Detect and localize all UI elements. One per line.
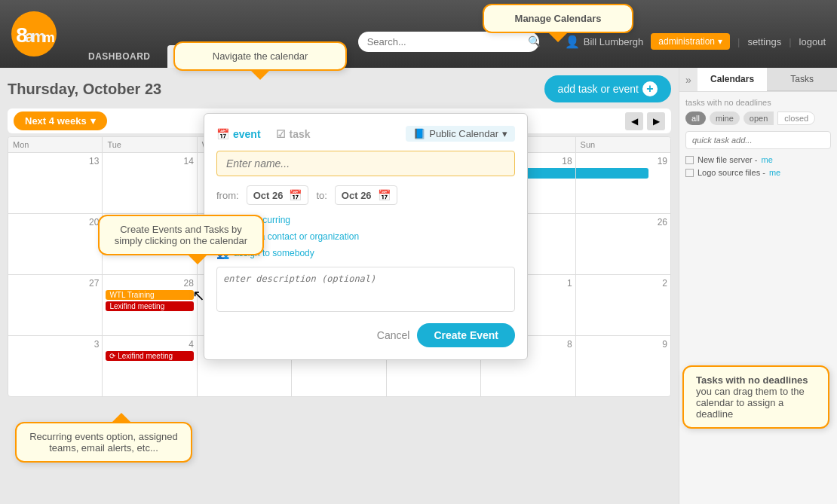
chevron-icon: ▾ [90, 115, 96, 127]
main-area: Thursday, October 23 add task or event +… [0, 68, 837, 504]
to-calendar-icon[interactable]: 📅 [378, 189, 391, 201]
settings-link[interactable]: settings [747, 36, 781, 47]
from-calendar-icon[interactable]: 📅 [289, 189, 302, 201]
to-date-input[interactable]: Oct 26 📅 [335, 185, 397, 205]
calendar-area: Thursday, October 23 add task or event +… [0, 68, 679, 504]
header-search-area: 🔍 [340, 32, 565, 52]
tooltip-manage: Manage Calendars [483, 4, 633, 33]
from-date-input[interactable]: Oct 26 📅 [247, 185, 309, 205]
header-right: 👤 Bill Lumbergh administration ▾ | setti… [565, 33, 826, 50]
header: 8amm DASHBOARD CALENDAR CONTACTS 🔍 👤 Bil… [0, 0, 837, 68]
cal-cell-14[interactable]: 14 [103, 153, 197, 213]
task-checkbox-1[interactable] [685, 156, 694, 164]
filter-mine-button[interactable]: mine [710, 111, 740, 125]
add-plus-icon: + [642, 81, 658, 96]
sidebar-tabs: » Calendars Tasks [679, 68, 837, 92]
to-date-value: Oct 26 [342, 190, 372, 201]
event-description-input[interactable] [216, 267, 515, 312]
task-2-link[interactable]: me [769, 168, 780, 177]
tooltip-tasks: Tasks with no deadlines you can drag the… [682, 365, 829, 429]
cal-cell-28[interactable]: 28 WTL Training Lexifind meeting [103, 275, 197, 335]
tasks-section: tasks with no deadlines all mine open cl… [679, 92, 837, 187]
current-date-title: Thursday, October 23 [8, 81, 161, 98]
task-2-label: Logo source files - [698, 168, 765, 177]
week-selector-label: Next 4 weeks [25, 115, 87, 127]
date-range-row: from: Oct 26 📅 to: Oct 26 📅 [216, 185, 515, 205]
next-arrow-button[interactable]: ▶ [647, 112, 665, 130]
tooltip-create: Create Events and Tasks by simply clicki… [98, 215, 264, 255]
task-1-link[interactable]: me [761, 155, 772, 164]
filter-all-button[interactable]: all [685, 111, 706, 125]
tab-dashboard[interactable]: DASHBOARD [72, 45, 167, 68]
sidebar-tab-tasks[interactable]: Tasks [767, 68, 837, 91]
cal-cell-4[interactable]: 4 ⟳ Lexifind meeting [103, 336, 197, 396]
dialog-event-type[interactable]: 📅 event [216, 128, 261, 140]
cal-selector-icon: 📘 [413, 128, 425, 139]
cal-cell-19[interactable]: 19 [576, 153, 670, 213]
search-icon: 🔍 [528, 35, 541, 47]
chevron-down-icon: ▾ [718, 36, 722, 47]
search-input[interactable] [358, 32, 539, 52]
event-lexifind-3[interactable]: ⟳ Lexifind meeting [106, 351, 193, 361]
week-selector-button[interactable]: Next 4 weeks ▾ [14, 111, 107, 130]
event-lexifind-2[interactable]: Lexifind meeting [106, 301, 193, 311]
admin-label: administration [658, 36, 715, 47]
filter-open-button[interactable]: open [743, 111, 774, 125]
task-checkbox-2[interactable] [685, 169, 694, 177]
admin-dropdown-button[interactable]: administration ▾ [651, 33, 730, 50]
cal-cell-2[interactable]: 2 [576, 275, 670, 335]
from-date-value: Oct 26 [253, 190, 284, 201]
cal-cell-20[interactable]: 20 [8, 214, 103, 274]
calendar-header-bar: Thursday, October 23 add task or event + [8, 75, 671, 102]
filter-closed-button[interactable]: closed [777, 111, 815, 125]
app-logo[interactable]: 8amm [11, 11, 57, 57]
dialog-type-row: 📅 event ☑ task 📘 Public Calendar ▾ [216, 126, 515, 142]
right-sidebar: » Calendars Tasks tasks with no deadline… [679, 68, 837, 504]
from-label: from: [216, 190, 239, 201]
calendar-selector[interactable]: 📘 Public Calendar ▾ [406, 126, 515, 142]
dialog-footer: Cancel Create Event [216, 323, 515, 347]
separator2: | [789, 36, 791, 47]
cal-cell-13[interactable]: 13 [8, 153, 103, 213]
cal-cell-27[interactable]: 27 [8, 275, 103, 335]
task-item-1: New file server - me [685, 155, 831, 164]
day-header-tue: Tue [103, 137, 197, 152]
quick-task-add-input[interactable] [685, 131, 831, 149]
cal-cell-3[interactable]: 3 [8, 336, 103, 396]
event-type-label: event [233, 128, 261, 140]
separator: | [737, 36, 740, 47]
cal-cell-9[interactable]: 9 [576, 336, 670, 396]
sidebar-tab-calendars[interactable]: Calendars [698, 68, 768, 91]
task-type-label: task [290, 128, 311, 140]
day-header-mon: Mon [8, 137, 103, 152]
event-name-input[interactable] [216, 151, 515, 176]
logout-link[interactable]: logout [799, 36, 826, 47]
cal-selector-arrow: ▾ [502, 128, 507, 139]
nav-arrows: ◀ ▶ [625, 112, 665, 130]
cancel-button[interactable]: Cancel [377, 323, 410, 347]
cal-selector-label: Public Calendar [429, 128, 498, 139]
create-event-button[interactable]: Create Event [417, 323, 515, 347]
tasks-section-title: tasks with no deadlines [685, 98, 831, 107]
prev-arrow-button[interactable]: ◀ [625, 112, 643, 130]
sidebar-collapse-button[interactable]: » [679, 69, 698, 90]
to-label: to: [316, 190, 327, 201]
tooltip-navigate: Navigate the calendar [173, 41, 347, 71]
calendar-small-icon: 📅 [216, 128, 229, 140]
add-event-button[interactable]: add task or event + [544, 75, 671, 102]
task-check-icon: ☑ [276, 128, 286, 140]
day-header-sun: Sun [576, 137, 670, 152]
cal-cell-26[interactable]: 26 [576, 214, 670, 274]
task-1-label: New file server - [698, 155, 757, 164]
dialog-task-type[interactable]: ☑ task [276, 128, 311, 140]
user-info: 👤 Bill Lumbergh [565, 35, 644, 49]
event-wtl[interactable]: WTL Training [106, 290, 193, 300]
logo-text: 8amm [16, 20, 51, 48]
task-filter-row: all mine open closed [685, 111, 831, 125]
add-event-label: add task or event [558, 83, 639, 95]
tooltip-recurring: Recurring events option, assigned teams,… [15, 422, 192, 463]
search-box: 🔍 [358, 32, 547, 52]
task-item-2: Logo source files - me [685, 168, 831, 177]
user-name: Bill Lumbergh [584, 36, 644, 47]
